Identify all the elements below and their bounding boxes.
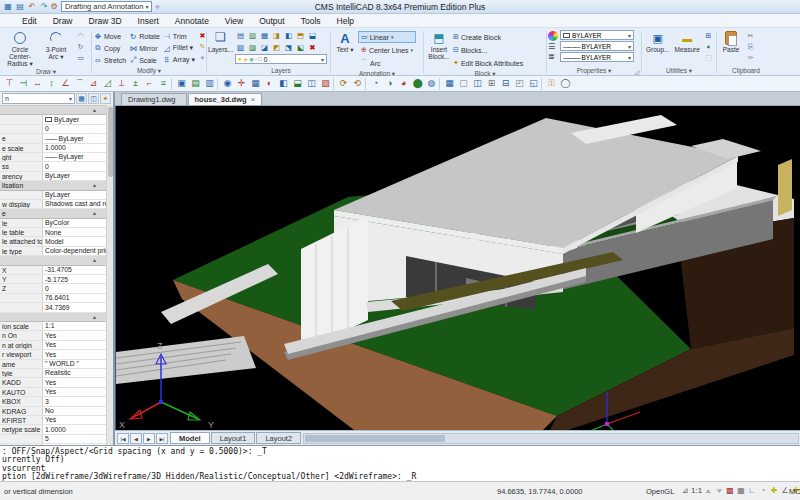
document-tab[interactable]: house_3d.dwg × [188, 93, 262, 105]
group-label-utilities[interactable]: Utilities ▾ [643, 66, 715, 75]
palette-tool-button[interactable]: ✦ [100, 93, 111, 104]
draw-mini-icon[interactable]: ↻ [75, 42, 86, 52]
annotation-item[interactable]: ⌒ Arc [358, 57, 416, 69]
toolbar-icon[interactable] [365, 78, 368, 90]
property-row[interactable]: KADD Yes [0, 378, 106, 387]
toolbar-icon[interactable]: ± [129, 77, 142, 90]
palette-tool-button[interactable]: ▦ [76, 93, 87, 104]
toolbar-icon[interactable] [333, 78, 336, 90]
property-row[interactable]: arency ByLayer [0, 172, 106, 181]
status-toggle-icon[interactable]: ⟑ [703, 484, 713, 497]
draw-mini-icon[interactable]: ▭ [75, 53, 86, 63]
toolbar-icon[interactable]: ▦ [249, 77, 262, 90]
property-row[interactable]: ByLayer [0, 191, 106, 200]
property-row[interactable]: n at origin Yes [0, 341, 106, 350]
selection-combo[interactable]: n ▾ [2, 93, 75, 104]
utility-mini-icon[interactable]: ⊞ [703, 31, 714, 41]
toolbar-icon[interactable]: ◑ [383, 77, 396, 90]
coordinates-readout[interactable]: 94.6635, 19.7744, 0.0000 [497, 487, 583, 496]
tab-nav-button[interactable]: ▶ [143, 433, 155, 444]
property-value[interactable]: Yes [42, 350, 106, 358]
property-row[interactable]: le type Color-dependent print style [0, 247, 106, 256]
modify-button[interactable]: ⧉ Copy [93, 42, 127, 54]
group-label-modify[interactable]: Modify ▾ [93, 66, 205, 75]
viewport-3d-scene[interactable]: Z X Y [116, 106, 800, 430]
property-value[interactable]: -5.1725 [42, 275, 106, 283]
status-toggle-icon[interactable]: ⊿ [680, 484, 690, 497]
modify-button[interactable]: ⬄ Stretch [93, 54, 127, 66]
menu-item[interactable]: Help [329, 16, 362, 26]
property-row[interactable]: w display Shadows cast and receiv... [0, 200, 106, 209]
property-value[interactable]: Yes [42, 378, 106, 386]
property-value[interactable]: ByLayer [42, 191, 106, 199]
property-value[interactable]: Yes [42, 416, 106, 424]
text-button[interactable]: A Text ▾ [332, 30, 358, 53]
toolbar-icon[interactable] [541, 78, 544, 90]
layer-state-icon[interactable]: ▫ [255, 56, 257, 63]
property-row[interactable]: 34.7369 [0, 303, 106, 312]
circle-button[interactable]: Circle Center-Radius ▾ [2, 30, 38, 67]
quick-access-icon[interactable]: ▦ [3, 2, 13, 12]
insert-block-button[interactable]: ⬒ Insert Block... [425, 30, 453, 60]
modify-button[interactable]: ⤢ Scale [128, 54, 161, 66]
utility-mini-icon[interactable]: ⬚ [703, 53, 714, 63]
toolbar-icon[interactable]: ◐ [263, 77, 276, 90]
group-label-draw[interactable]: Draw ▾ [2, 67, 90, 76]
property-value[interactable]: 0 [42, 125, 106, 133]
toolbar-icon[interactable]: ≡ [157, 77, 170, 90]
property-row[interactable]: Y -5.1725 [0, 275, 106, 284]
toolbar-icon[interactable]: ⊞ [485, 77, 498, 90]
property-value[interactable]: 0 [42, 162, 106, 170]
toolbar-icon[interactable]: ◰ [513, 77, 526, 90]
property-value[interactable]: Yes [42, 331, 106, 339]
property-row[interactable] [0, 106, 106, 115]
palette-tool-button[interactable]: ◫ [88, 93, 99, 104]
layout-tab[interactable]: Layout1 [211, 432, 256, 444]
property-row[interactable]: e ——ByLayer [0, 134, 106, 143]
property-value[interactable]: Yes [42, 341, 106, 349]
property-value[interactable]: ——ByLayer [42, 134, 106, 142]
toolbar-icon[interactable]: ▢ [457, 77, 470, 90]
layout-tab[interactable]: Layout2 [256, 432, 301, 444]
modify-button[interactable]: ◿ Fillet ▾ [162, 42, 196, 54]
property-value[interactable]: -31.4705 [42, 266, 106, 274]
toolbar-icon[interactable]: ◱ [527, 77, 540, 90]
property-row[interactable]: ByLayer [0, 115, 106, 124]
property-row[interactable]: KDRAG No [0, 407, 106, 416]
status-toggle-icon[interactable]: ✚ [769, 484, 779, 497]
toolbar-icon[interactable]: ◫ [471, 77, 484, 90]
menu-item[interactable]: Insert [130, 16, 167, 26]
quick-access-icon[interactable]: ↶ [27, 2, 37, 12]
menu-item[interactable]: Tools [293, 16, 329, 26]
horizontal-scrollbar[interactable] [303, 433, 799, 444]
toolbar-icon[interactable]: ⟂ [115, 77, 128, 90]
property-row[interactable]: 5 [0, 435, 106, 444]
close-icon[interactable]: × [251, 95, 255, 104]
toolbar-icon[interactable]: ⚿ [545, 77, 558, 90]
toolbar-icon[interactable]: ↔ [31, 77, 44, 90]
status-toggle-icon[interactable]: ∟ [747, 484, 757, 497]
palette-scrollbar[interactable] [106, 105, 113, 445]
property-row[interactable] [0, 256, 106, 265]
toolbar-icon[interactable]: ⊟ [499, 77, 512, 90]
property-value[interactable]: 5 [42, 435, 106, 443]
layer-state-icon[interactable]: ☀ [243, 56, 248, 63]
clipboard-mini-icon[interactable]: ⎘ [745, 42, 756, 52]
menu-item[interactable]: Edit [14, 16, 45, 26]
scrollbar-thumb[interactable] [108, 107, 113, 177]
layer-tool-icon[interactable]: ⬔ [283, 42, 294, 53]
modify-button[interactable]: ↻ Rotate [128, 30, 161, 42]
toolbar-icon[interactable]: ↕ [45, 77, 58, 90]
scrollbar-thumb[interactable] [305, 435, 445, 442]
toolbar-icon[interactable]: ⬓ [291, 77, 304, 90]
property-value[interactable]: None [42, 228, 106, 236]
property-row[interactable]: e [0, 209, 106, 218]
layer-state-icon[interactable]: ❄ [249, 56, 254, 63]
property-row[interactable] [0, 313, 106, 322]
toolbar-icon[interactable]: ◿ [101, 77, 114, 90]
property-row[interactable]: le attached to Model [0, 237, 106, 246]
toolbar-icon[interactable]: ⊿ [87, 77, 100, 90]
toolbar-icon[interactable]: ◯ [559, 77, 572, 90]
clipboard-mini-icon[interactable]: ✂ [745, 31, 756, 41]
property-value[interactable]: No [42, 407, 106, 415]
